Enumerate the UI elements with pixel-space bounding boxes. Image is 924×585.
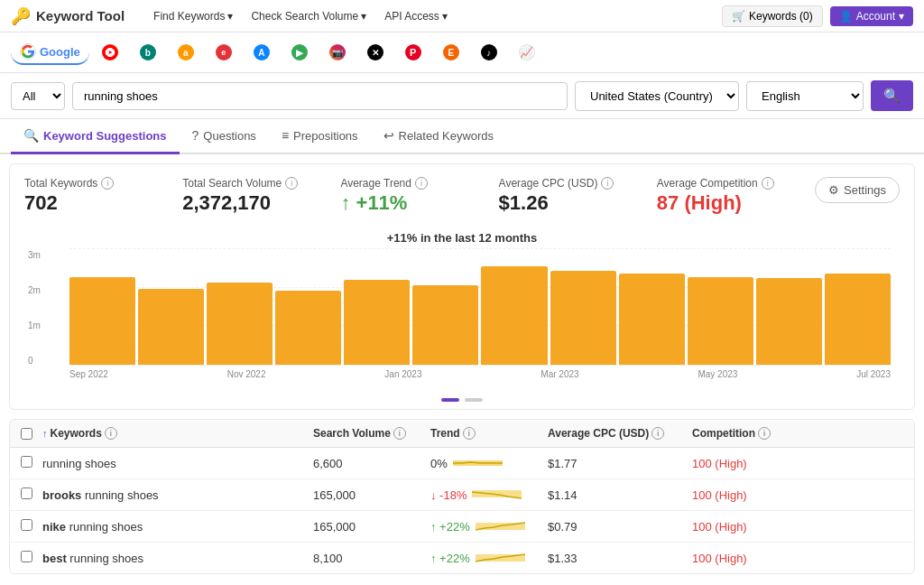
- legend-dot-primary: [441, 398, 459, 402]
- logo: 🔑 Keyword Tool: [11, 6, 125, 26]
- tab-related-keywords[interactable]: ↩ Related Keywords: [371, 119, 507, 154]
- search-button[interactable]: 🔍: [871, 80, 913, 111]
- stat-total-volume: Total Search Volume i 2,372,170: [182, 177, 340, 215]
- engine-appstore[interactable]: A: [245, 41, 279, 64]
- engine-twitter[interactable]: ✕: [358, 41, 393, 64]
- info-icon[interactable]: i: [101, 177, 114, 190]
- info-icon[interactable]: i: [762, 177, 774, 190]
- nav-right: 🛒 Keywords (0) 👤 Account ▾: [722, 5, 913, 27]
- td-volume-2: 165,000: [313, 488, 430, 502]
- engine-instagram[interactable]: 📷: [320, 41, 355, 64]
- engine-bing[interactable]: b: [131, 41, 165, 64]
- user-icon: 👤: [839, 10, 853, 23]
- td-trend-4: ↑ +22%: [430, 550, 548, 566]
- bar-mar2023: [481, 266, 547, 365]
- playstore-icon: ▶: [291, 44, 308, 60]
- info-icon[interactable]: i: [758, 427, 771, 440]
- logo-text: Keyword Tool: [36, 8, 125, 23]
- engines-bar: Google b a e A ▶ 📷 ✕: [0, 32, 924, 73]
- tab-keyword-suggestions[interactable]: 🔍 Keyword Suggestions: [11, 119, 180, 154]
- row-checkbox[interactable]: [21, 488, 32, 499]
- bar-nov2022: [207, 283, 273, 365]
- bar-sep2022: [69, 277, 135, 366]
- td-volume-1: 6,600: [313, 457, 430, 470]
- tiktok-icon: ♪: [481, 44, 497, 60]
- info-icon[interactable]: i: [601, 177, 614, 190]
- engine-pinterest[interactable]: P: [396, 41, 430, 64]
- td-trend-2: ↓ -18%: [430, 487, 548, 503]
- chart-title: +11% in the last 12 months: [24, 226, 900, 248]
- td-volume-4: 8,100: [313, 552, 430, 565]
- settings-button[interactable]: ⚙ Settings: [815, 177, 900, 203]
- row-checkbox[interactable]: [21, 456, 32, 468]
- chart-bars-area: [69, 248, 891, 366]
- engine-trends[interactable]: 📈: [510, 41, 544, 64]
- tab-prepositions[interactable]: ≡ Prepositions: [269, 119, 371, 154]
- avg-trend-value: ↑ +11%: [340, 191, 498, 215]
- engine-etsy[interactable]: E: [434, 41, 468, 64]
- info-icon[interactable]: i: [415, 177, 428, 190]
- ebay-icon: e: [216, 44, 232, 60]
- nav-links: Find Keywords ▾ Check Search Volume ▾ AP…: [146, 6, 455, 26]
- find-keywords-menu[interactable]: Find Keywords ▾: [146, 6, 240, 26]
- legend-dot-secondary: [465, 398, 483, 402]
- trends-icon: 📈: [519, 44, 535, 60]
- bar-feb2023: [412, 285, 478, 365]
- check-volume-menu[interactable]: Check Search Volume ▾: [244, 6, 374, 26]
- chart-legend-dots: [24, 393, 900, 409]
- chart-area: Sep 2022 Nov 2022 Jan 2023 Mar 2023 May …: [69, 248, 891, 379]
- google-icon: [20, 43, 36, 60]
- table-header: ↑ Keywords i Search Volume i Trend i Ave…: [10, 420, 914, 448]
- keywords-cart-button[interactable]: 🛒 Keywords (0): [722, 5, 823, 27]
- chart-container: 3m 2m 1m 0: [24, 248, 900, 393]
- select-all-checkbox[interactable]: [21, 428, 32, 440]
- settings-area: ⚙ Settings: [815, 177, 900, 203]
- info-icon[interactable]: i: [393, 427, 406, 440]
- chevron-down-icon: ▾: [227, 10, 233, 23]
- etsy-icon: E: [443, 44, 459, 60]
- td-trend-3: ↑ +22%: [430, 518, 548, 534]
- avg-competition-value: 87 (High): [657, 191, 815, 215]
- instagram-icon: 📷: [329, 44, 346, 60]
- info-icon[interactable]: i: [285, 177, 298, 190]
- engine-google[interactable]: Google: [11, 40, 89, 65]
- th-volume: Search Volume i: [313, 427, 430, 440]
- chart-section: +11% in the last 12 months 3m 2m 1m 0: [24, 222, 900, 409]
- stats-row: Total Keywords i 702 Total Search Volume…: [24, 177, 900, 222]
- row-checkbox[interactable]: [21, 551, 32, 562]
- table-row: best running shoes 8,100 ↑ +22% $1.33 10…: [10, 543, 914, 573]
- search-type-select[interactable]: All: [11, 82, 65, 110]
- engine-tiktok[interactable]: ♪: [472, 41, 506, 64]
- sort-arrow-icon: ↑: [42, 428, 48, 439]
- th-keywords: ↑ Keywords i: [42, 427, 313, 440]
- bar-may2023: [619, 274, 685, 365]
- engine-amazon[interactable]: a: [169, 41, 203, 64]
- td-trend-1: 0%: [430, 455, 548, 471]
- th-checkbox: [21, 428, 42, 440]
- row-checkbox[interactable]: [21, 519, 32, 531]
- tab-questions[interactable]: ? Questions: [180, 119, 269, 154]
- cart-icon: 🛒: [732, 10, 745, 23]
- question-icon: ?: [192, 128, 199, 143]
- info-icon[interactable]: i: [651, 427, 664, 440]
- info-icon[interactable]: i: [463, 427, 476, 440]
- engine-playstore[interactable]: ▶: [282, 41, 317, 64]
- engine-ebay[interactable]: e: [207, 41, 241, 64]
- related-icon: ↩: [383, 128, 394, 143]
- country-select[interactable]: United States (Country): [575, 81, 739, 111]
- td-cpc-2: $1.14: [548, 488, 692, 502]
- trend-sparkline-1: [453, 455, 503, 471]
- pinterest-icon: P: [405, 44, 421, 60]
- td-competition-3: 100 (High): [692, 520, 903, 534]
- table-row: brooks running shoes 165,000 ↓ -18% $1.1…: [10, 479, 914, 511]
- bar-apr2023: [550, 271, 616, 365]
- engine-youtube[interactable]: [93, 41, 127, 64]
- chart-bars: [69, 247, 891, 365]
- api-access-menu[interactable]: API Access ▾: [377, 6, 455, 26]
- language-select[interactable]: English: [746, 81, 864, 111]
- chevron-down-icon: ▾: [442, 10, 448, 23]
- account-button[interactable]: 👤 Account ▾: [830, 6, 913, 26]
- keywords-table: ↑ Keywords i Search Volume i Trend i Ave…: [9, 419, 915, 574]
- info-icon[interactable]: i: [105, 427, 117, 440]
- search-input[interactable]: [72, 82, 568, 110]
